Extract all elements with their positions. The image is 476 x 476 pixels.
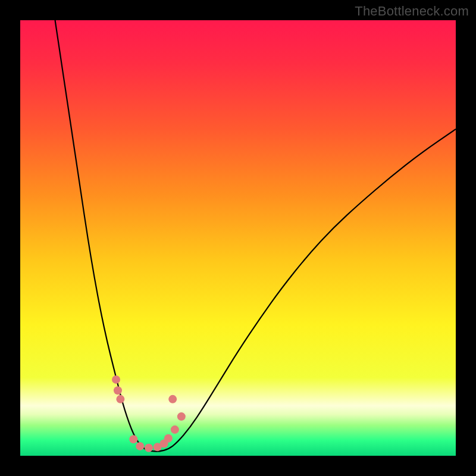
plot-area bbox=[20, 20, 456, 456]
data-point bbox=[129, 435, 137, 443]
data-point bbox=[171, 425, 179, 434]
chart-frame: TheBottleneck.com bbox=[0, 0, 476, 476]
data-point bbox=[116, 395, 124, 403]
bottleneck-chart bbox=[20, 20, 456, 456]
data-point bbox=[112, 375, 120, 384]
gradient-background bbox=[20, 20, 456, 456]
data-point bbox=[164, 434, 173, 443]
data-point bbox=[177, 412, 186, 421]
data-point bbox=[168, 395, 177, 403]
data-point bbox=[136, 442, 144, 450]
watermark-text: TheBottleneck.com bbox=[355, 4, 469, 19]
data-point bbox=[114, 386, 122, 394]
data-point bbox=[145, 444, 153, 452]
